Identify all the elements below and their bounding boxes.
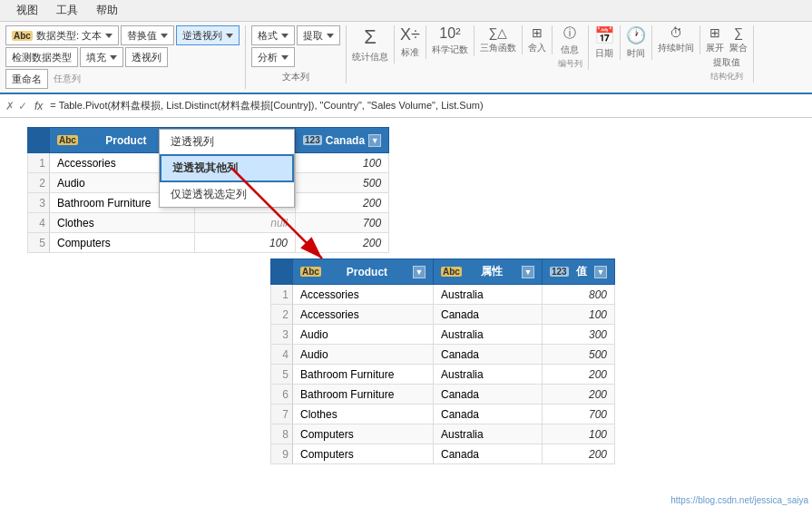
ribbon-row-1: Abc 数据类型: 文本 替换值 逆透视列 (5, 25, 240, 45)
analyze-dropdown (281, 55, 289, 60)
ribbon-group-standard: X÷ 标准 (400, 25, 426, 59)
table2-attr-header[interactable]: Abc 属性 ▼ (434, 259, 543, 285)
info-label: 信息 (561, 44, 579, 56)
formula-bar: ✗ ✓ fx = Table.Pivot(材料盘模损, List.Distinc… (0, 94, 812, 118)
unpivot-col-label: 逆透视列 (182, 29, 222, 43)
table-cell: 100 (543, 424, 615, 444)
ribbon-group-duration: ⏱ 持续时间 (658, 25, 700, 54)
table-cell: 200 (543, 444, 615, 464)
ribbon-group-date: 📅 日期 (594, 25, 621, 60)
replace-dropdown (161, 34, 168, 38)
menu-view[interactable]: 视图 (7, 1, 47, 20)
table-cell: 800 (543, 285, 615, 305)
format-button[interactable]: 格式 (251, 25, 295, 45)
unpivot-selected-col-menu-item[interactable]: 仅逆透视选定列 (160, 182, 294, 207)
analyze-button[interactable]: 分析 (251, 47, 295, 67)
ribbon-group-stats: Σ 统计信息 (352, 25, 395, 63)
table2-attr-filter[interactable]: ▼ (522, 266, 534, 278)
table2-attr-label: 属性 (465, 264, 518, 279)
structured-col-label: 结构化列 (706, 71, 748, 83)
replace-value-button[interactable]: 替换值 (121, 25, 174, 45)
table-cell: 200 (543, 385, 615, 405)
ribbon-group-transform: Abc 数据类型: 文本 替换值 逆透视列 检测数据类型 填充 透视列 (5, 25, 246, 89)
table-cell: Bathroom Furniture (293, 385, 434, 405)
fill-label: 填充 (86, 51, 106, 64)
ribbon: Abc 数据类型: 文本 替换值 逆透视列 检测数据类型 填充 透视列 (0, 22, 812, 94)
row-num: 5 (28, 233, 50, 253)
format-row-2: 分析 (251, 47, 340, 67)
row-num: 1 (271, 285, 293, 305)
table1-product-icon: Abc (57, 135, 78, 145)
date-label: 日期 (595, 47, 613, 60)
data-type-icon: Abc (12, 31, 33, 41)
rename-button[interactable]: 重命名 (5, 69, 48, 89)
row-num: 7 (271, 405, 293, 424)
watermark: https://blog.csdn.net/jessica_saiya (670, 495, 808, 505)
table-cell: Clothes (50, 213, 195, 233)
time-label: 时间 (627, 47, 645, 60)
table-cell: 700 (543, 405, 615, 424)
scientific-icon: 10² (439, 25, 460, 42)
table2-product-label: Product (325, 266, 409, 278)
table1-product-label: Product (82, 134, 171, 147)
table2-product-filter[interactable]: ▼ (413, 266, 426, 278)
table-cell: Australia (434, 325, 543, 345)
detect-type-button[interactable]: 检测数据类型 (5, 47, 78, 67)
table1-can-icon: 123 (303, 135, 322, 145)
menu-tools[interactable]: 工具 (47, 1, 87, 20)
menu-bar: 视图 工具 帮助 (0, 0, 812, 22)
table2-val-header[interactable]: 123 值 ▼ (543, 259, 615, 285)
rename-label: 重命名 (12, 73, 42, 86)
table-cell: 700 (296, 213, 389, 233)
table-cell: Clothes (293, 405, 434, 424)
table1-canada-filter[interactable]: ▼ (368, 134, 381, 147)
fill-button[interactable]: 填充 (80, 47, 123, 67)
menu-help[interactable]: 帮助 (87, 1, 127, 20)
table2-product-icon: Abc (300, 267, 321, 277)
unpivot-dropdown (226, 34, 233, 38)
table2: Abc Product ▼ Abc 属性 ▼ 123 值 (270, 258, 615, 464)
ribbon-group-time: 🕐 时间 (626, 25, 652, 60)
unpivot-other-col-menu-item[interactable]: 逆透视其他列 (160, 154, 294, 182)
table-cell: Canada (434, 444, 543, 464)
row-num: 3 (28, 193, 50, 213)
format-dropdown (281, 34, 289, 38)
calendar-icon: 📅 (594, 25, 614, 45)
aggregate-label: 聚合 (729, 42, 748, 54)
table-cell: 500 (543, 345, 615, 365)
expand-label: 展开 (706, 42, 724, 54)
table-cell: Australia (434, 365, 543, 385)
trig-icon: ∑△ (488, 25, 507, 40)
data-type-button[interactable]: Abc 数据类型: 文本 (5, 25, 119, 45)
extract-dropdown (327, 34, 334, 38)
pivot-col-label: 透视列 (132, 51, 161, 64)
rounding-icon: ⊞ (532, 25, 543, 40)
ribbon-group-rounding: ⊞ 舍入 (528, 25, 553, 54)
extract-button[interactable]: 提取 (297, 25, 340, 45)
scientific-label: 科学记数 (432, 44, 468, 56)
table-cell: 100 (296, 153, 389, 173)
analyze-label: 分析 (258, 51, 278, 64)
row-num: 8 (271, 424, 293, 444)
table-cell: Canada (434, 305, 543, 325)
table-cell: Canada (434, 345, 543, 365)
unpivot-col-menu-item[interactable]: 逆透视列 (160, 130, 294, 154)
aggregate-icon: ∑ (734, 25, 743, 40)
unpivot-col-button[interactable]: 逆透视列 (176, 25, 240, 45)
table2-val-icon: 123 (550, 267, 569, 277)
x-icon: ✓ (18, 100, 27, 112)
table2-val-filter[interactable]: ▼ (594, 266, 607, 278)
ribbon-group-trig: ∑△ 三角函数 (480, 25, 523, 54)
ribbon-row-2: 检测数据类型 填充 透视列 (5, 47, 240, 67)
table1-canada-header[interactable]: 123 Canada ▼ (296, 128, 389, 153)
table-cell: 200 (296, 233, 389, 253)
format-row-1: 格式 提取 (251, 25, 340, 45)
table1-row-col (28, 128, 50, 153)
pivot-col-button[interactable]: 透视列 (125, 47, 168, 67)
table-cell: 200 (296, 193, 389, 213)
standard-icon: X÷ (400, 25, 420, 44)
format-label: 格式 (258, 29, 278, 43)
table2-attr-icon: Abc (441, 267, 462, 277)
sigma-icon: Σ (364, 25, 377, 49)
table2-product-header[interactable]: Abc Product ▼ (293, 259, 434, 285)
